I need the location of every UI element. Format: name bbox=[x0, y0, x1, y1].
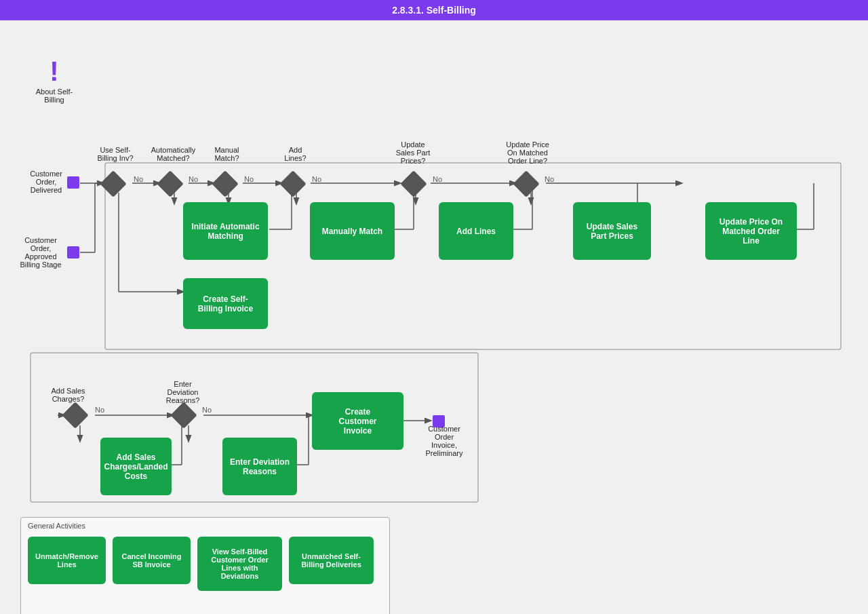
no-label-d3: No bbox=[244, 175, 254, 183]
general-activities-title: General Activities bbox=[28, 522, 85, 530]
exclamation-icon: ! bbox=[50, 58, 58, 85]
decision-update-sales bbox=[400, 170, 427, 197]
action-unmatched-deliveries[interactable]: Unmatched Self-Billing Deliveries bbox=[289, 537, 374, 584]
action-unmatched-deliveries-label: Unmatched Self-Billing Deliveries bbox=[301, 552, 361, 569]
label-delivered: CustomerOrder,Delivered bbox=[26, 170, 66, 194]
action-create-self-billing[interactable]: Create Self-Billing Invoice bbox=[183, 278, 268, 329]
action-enter-deviation-label: Enter DeviationReasons bbox=[230, 457, 290, 476]
decision-use-self-billing bbox=[100, 170, 127, 197]
action-create-customer-invoice-label: CreateCustomerInvoice bbox=[338, 407, 376, 436]
label-update-sales: UpdateSales PartPrices? bbox=[389, 140, 437, 165]
label-auto-matched: AutomaticallyMatched? bbox=[148, 146, 199, 162]
title-bar: 2.8.3.1. Self-Billing bbox=[0, 0, 868, 20]
label-manual-match: ManualMatch? bbox=[205, 146, 249, 162]
action-update-sales-prices[interactable]: Update SalesPart Prices bbox=[573, 202, 651, 260]
action-cancel-invoice-label: Cancel IncomingSB Invoice bbox=[121, 552, 181, 569]
label-add-lines: Add Lines? bbox=[277, 146, 314, 162]
action-manually-match-label: Manually Match bbox=[322, 227, 382, 236]
about-label: About Self-Billing bbox=[36, 88, 73, 104]
about-self-billing[interactable]: ! About Self-Billing bbox=[27, 58, 81, 104]
action-view-self-billed[interactable]: View Self-BilledCustomer OrderLines with… bbox=[197, 537, 282, 591]
action-create-self-billing-label: Create Self-Billing Invoice bbox=[198, 294, 253, 313]
label-update-price: Update PriceOn MatchedOrder Line? bbox=[500, 140, 555, 165]
action-update-sales-prices-label: Update SalesPart Prices bbox=[587, 222, 637, 241]
general-activities-box: General Activities Unmatch/RemoveLines C… bbox=[20, 517, 390, 614]
no-label-d2: No bbox=[189, 175, 198, 183]
decision-add-lines bbox=[279, 170, 307, 197]
label-use-self-billing: Use Self-Billing Inv? bbox=[92, 146, 139, 162]
action-initiate-matching[interactable]: Initiate AutomaticMatching bbox=[183, 202, 268, 260]
action-enter-deviation[interactable]: Enter DeviationReasons bbox=[222, 438, 297, 495]
action-add-lines-label: Add Lines bbox=[456, 227, 496, 236]
action-unmatch-lines[interactable]: Unmatch/RemoveLines bbox=[28, 537, 106, 584]
action-view-self-billed-label: View Self-BilledCustomer OrderLines with… bbox=[211, 548, 268, 580]
no-label-d7: No bbox=[95, 406, 104, 414]
no-label-d1: No bbox=[134, 175, 143, 183]
action-unmatch-lines-label: Unmatch/RemoveLines bbox=[35, 552, 98, 569]
no-label-d5: No bbox=[433, 175, 442, 183]
no-label-d8: No bbox=[202, 406, 212, 414]
action-add-sales-charges-label: Add SalesCharges/LandedCosts bbox=[104, 453, 167, 481]
decision-auto-matched bbox=[157, 170, 184, 197]
label-approved: CustomerOrder,ApprovedBilling Stage bbox=[14, 236, 68, 269]
decision-add-sales-charges bbox=[62, 402, 89, 429]
action-update-price-matched-label: Update Price OnMatched OrderLine bbox=[719, 217, 783, 246]
start-node-approved bbox=[67, 246, 79, 258]
no-label-d6: No bbox=[545, 175, 554, 183]
start-node-delivered bbox=[67, 176, 79, 189]
action-manually-match[interactable]: Manually Match bbox=[310, 202, 395, 260]
action-initiate-matching-label: Initiate AutomaticMatching bbox=[191, 222, 259, 241]
label-enter-deviation: EnterDeviationReasons? bbox=[161, 380, 205, 404]
decision-update-price bbox=[513, 170, 540, 197]
page-title: 2.8.3.1. Self-Billing bbox=[392, 5, 476, 16]
no-label-d4: No bbox=[312, 175, 321, 183]
action-update-price-matched[interactable]: Update Price OnMatched OrderLine bbox=[705, 202, 797, 260]
action-cancel-invoice[interactable]: Cancel IncomingSB Invoice bbox=[113, 537, 191, 584]
label-add-sales-charges: Add SalesCharges? bbox=[46, 387, 90, 403]
action-create-customer-invoice[interactable]: CreateCustomerInvoice bbox=[312, 392, 403, 450]
action-add-lines[interactable]: Add Lines bbox=[439, 202, 513, 260]
decision-manual-match bbox=[212, 170, 239, 197]
decision-enter-deviation bbox=[170, 402, 197, 429]
action-add-sales-charges[interactable]: Add SalesCharges/LandedCosts bbox=[100, 438, 172, 495]
label-invoice-preliminary: CustomerOrderInvoice,Preliminary bbox=[417, 425, 471, 457]
